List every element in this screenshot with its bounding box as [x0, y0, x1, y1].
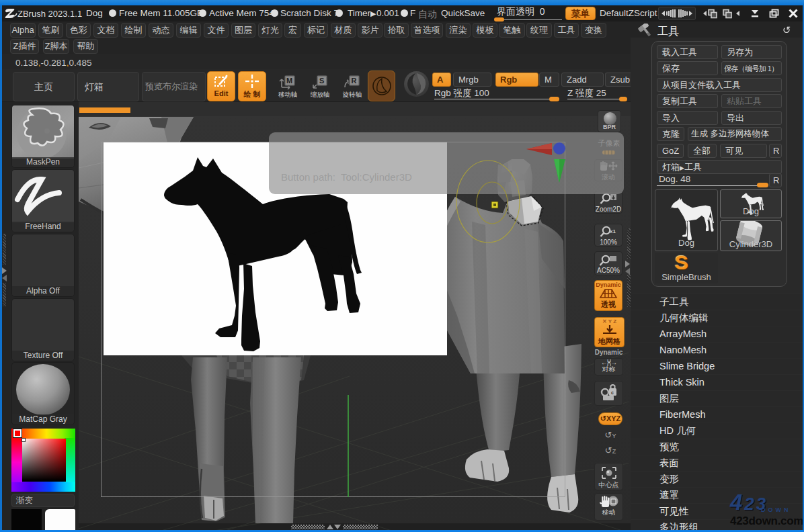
svg-text:M: M — [286, 77, 292, 85]
svg-text:R: R — [352, 77, 357, 85]
svg-text:S: S — [319, 77, 324, 85]
